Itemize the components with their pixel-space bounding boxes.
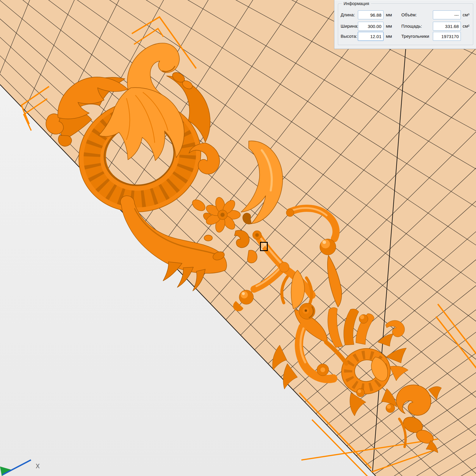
build-plate xyxy=(0,0,476,476)
height-field[interactable] xyxy=(358,32,383,41)
pick-box-cursor xyxy=(260,242,268,251)
info-panel: Информация Длина: мм Ширина: мм Высота: … xyxy=(334,0,476,49)
area-label: Площадь: xyxy=(401,22,433,31)
info-groupbox: Информация Длина: мм Ширина: мм Высота: … xyxy=(338,4,473,45)
volume-field[interactable] xyxy=(433,10,461,19)
area-unit: см² xyxy=(463,22,476,31)
height-label: Высота: xyxy=(341,32,358,41)
height-unit: мм xyxy=(386,32,398,41)
triangles-field-box xyxy=(433,32,461,41)
length-label: Длина: xyxy=(341,10,358,19)
width-field-box xyxy=(358,22,383,31)
volume-label: Объём: xyxy=(401,10,433,19)
axis-x-line xyxy=(2,460,31,475)
volume-unit: см³ xyxy=(463,10,476,19)
length-field[interactable] xyxy=(358,10,383,19)
info-panel-title: Информация xyxy=(342,1,371,6)
axis-indicator: x xyxy=(0,437,65,476)
length-field-box xyxy=(358,10,383,19)
width-label: Ширина: xyxy=(341,22,358,31)
triangles-unit xyxy=(463,32,476,41)
width-unit: мм xyxy=(386,22,398,31)
viewport-3d[interactable]: x Информация Длина: мм Ширина: мм Высота… xyxy=(0,0,476,476)
triangles-label: Треугольники xyxy=(401,32,433,41)
axis-x-label: x xyxy=(36,461,40,470)
height-field-box xyxy=(358,32,383,41)
triangles-field[interactable] xyxy=(433,32,461,41)
area-field[interactable] xyxy=(433,22,461,31)
area-field-box xyxy=(433,22,461,31)
scene-canvas[interactable] xyxy=(0,0,476,476)
length-unit: мм xyxy=(386,10,398,19)
volume-field-box xyxy=(433,10,461,19)
width-field[interactable] xyxy=(358,22,383,31)
